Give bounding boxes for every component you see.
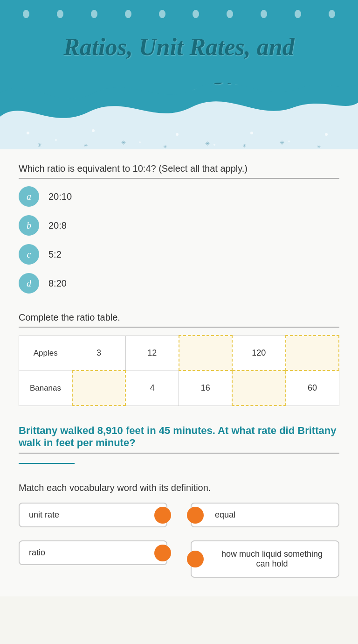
vocab-connector-unitrate [154,507,171,524]
bananas-cell-2: 4 [125,371,179,406]
option-b-badge: b [19,215,39,236]
option-d-value: 8:20 [48,278,67,289]
ratio-table: Apples 3 12 120 Bananas 4 16 60 [19,335,339,406]
svg-point-5 [213,144,215,146]
svg-point-8 [325,133,328,136]
svg-text:✳: ✳ [37,142,42,148]
question1-block: Which ratio is equivalent to 10:4? (Sele… [19,163,339,294]
vocab-def-equal: equal [191,503,339,527]
vocab-word-ratio-label: ratio [29,548,45,558]
svg-text:✳: ✳ [205,140,210,147]
dot [125,10,131,18]
vocab-section-title: Match each vocabulary word with its defi… [19,483,339,493]
apples-cell-3-blank[interactable] [179,336,232,371]
svg-text:✳: ✳ [121,140,126,146]
main-content: Which ratio is equivalent to 10:4? (Sele… [0,149,358,596]
dot [329,10,335,18]
dot [295,10,301,18]
vocab-connector-liquid-left [187,551,204,567]
answer-input-line[interactable] [19,463,75,464]
svg-point-3 [139,141,141,143]
vocab-section: Match each vocabulary word with its defi… [19,483,339,578]
bananas-cell-5: 60 [286,371,339,406]
svg-text:✳: ✳ [163,144,167,149]
svg-text:✳: ✳ [242,143,246,148]
dot [91,10,97,18]
question3-block: Brittany walked 8,910 feet in 45 minutes… [19,425,339,464]
bananas-cell-4-blank[interactable] [232,371,285,406]
option-list: a 20:10 b 20:8 c 5:2 d 8:20 [19,186,339,294]
vocab-def-liquid: how much liquid something can hold [191,540,339,578]
dot [57,10,63,18]
option-c-badge: c [19,244,39,265]
svg-point-7 [288,140,290,142]
svg-point-0 [27,132,29,134]
svg-text:✳: ✳ [84,143,88,148]
svg-text:✳: ✳ [280,140,284,146]
option-a[interactable]: a 20:10 [19,186,339,207]
apples-label: Apples [19,336,72,371]
wave-decoration: ✳ ✳ ✳ ✳ ✳ ✳ ✳ ✳ [0,65,358,149]
svg-point-2 [92,129,95,132]
question2-block: Complete the ratio table. Apples 3 12 12… [19,312,339,406]
dot [227,10,233,18]
svg-point-4 [176,133,179,136]
vocab-connector-equal-left [187,507,204,524]
option-b[interactable]: b 20:8 [19,215,339,236]
question2-text: Complete the ratio table. [19,312,339,328]
vocab-word-ratio: ratio [19,540,167,578]
svg-point-1 [55,139,57,141]
apples-cell-2: 12 [125,336,179,371]
dot [159,10,165,18]
bananas-cell-1-blank[interactable] [72,371,125,406]
header-dots [0,0,358,28]
vocab-word-unitrate: unit rate [19,503,167,527]
option-b-value: 20:8 [48,220,67,231]
option-d-badge: d [19,273,39,294]
vocab-word-ratio-box[interactable]: ratio [19,540,167,565]
option-c-value: 5:2 [48,249,62,260]
option-a-value: 20:10 [48,191,72,202]
apples-cell-1: 3 [72,336,125,371]
header: Ratios, Unit Rates, and Customary Units … [0,0,358,149]
bananas-label: Bananas [19,371,72,406]
apples-cell-4: 120 [232,336,285,371]
vocab-def-liquid-box[interactable]: how much liquid something can hold [191,540,339,578]
table-row-bananas: Bananas 4 16 60 [19,371,339,406]
option-a-badge: a [19,186,39,207]
vocab-connector-ratio [154,545,171,561]
question3-text: Brittany walked 8,910 feet in 45 minutes… [19,425,339,454]
vocab-word-unitrate-box[interactable]: unit rate [19,503,167,527]
dot [23,10,29,18]
option-c[interactable]: c 5:2 [19,244,339,265]
question1-text: Which ratio is equivalent to 10:4? (Sele… [19,163,339,179]
bananas-cell-3: 16 [179,371,232,406]
svg-text:✳: ✳ [317,144,321,149]
vocab-def-liquid-label: how much liquid something can hold [215,549,329,569]
dot [193,10,199,18]
vocab-def-equal-box[interactable]: equal [191,503,339,527]
svg-point-6 [250,132,253,134]
apples-cell-5-blank[interactable] [286,336,339,371]
option-d[interactable]: d 8:20 [19,273,339,294]
vocab-def-equal-label: equal [215,510,235,520]
table-row-apples: Apples 3 12 120 [19,336,339,371]
dot [261,10,267,18]
vocab-word-unitrate-label: unit rate [29,510,59,520]
